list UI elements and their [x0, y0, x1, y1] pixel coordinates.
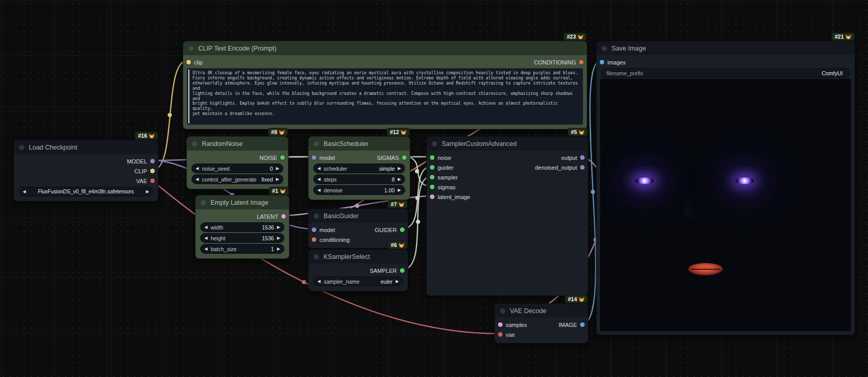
latent-image-input-port[interactable]: [430, 194, 435, 199]
input-label: images: [607, 59, 625, 65]
model-input-port[interactable]: [312, 155, 316, 160]
clip-output-port[interactable]: [150, 169, 155, 173]
denoised-output-port[interactable]: [580, 165, 585, 170]
denoise-widget[interactable]: ◀ denoise 1.00 ▶: [313, 185, 405, 195]
next-arrow-icon[interactable]: ▶: [276, 177, 279, 182]
node-titlebar[interactable]: BasicGuider: [309, 209, 408, 223]
node-titlebar[interactable]: Empty Latent Image: [196, 195, 289, 209]
guider-input-port[interactable]: [430, 165, 435, 170]
prev-arrow-icon[interactable]: ◀: [196, 177, 199, 182]
node-titlebar[interactable]: RandomNoise: [187, 137, 288, 151]
widget-label: filename_prefix: [606, 70, 643, 76]
node-title: VAE Decode: [510, 307, 546, 315]
decrement-arrow-icon[interactable]: ◀: [204, 247, 207, 251]
node-badge: #12: [387, 128, 410, 136]
prev-arrow-icon[interactable]: ◀: [317, 279, 320, 284]
next-arrow-icon[interactable]: ▶: [396, 279, 399, 284]
decrement-arrow-icon[interactable]: ◀: [317, 177, 320, 182]
collapse-dot-icon[interactable]: [188, 46, 194, 51]
eyebrow-right: [731, 162, 759, 175]
output-label: MODEL: [127, 158, 147, 165]
model-output-port[interactable]: [150, 159, 155, 163]
widget-label: denoise: [324, 187, 343, 193]
control-after-generate-widget[interactable]: ◀ control_after_generate fixed ▶: [191, 174, 283, 184]
sampler-name-widget[interactable]: ◀ sampler_name euler ▶: [313, 276, 403, 286]
comfyui-canvas[interactable]: { "nodes": { "load_checkpoint": { "badge…: [0, 0, 868, 377]
increment-arrow-icon[interactable]: ▶: [398, 177, 401, 182]
increment-arrow-icon[interactable]: ▶: [277, 247, 280, 251]
scheduler-widget[interactable]: ◀ scheduler simple ▶: [313, 163, 405, 173]
collapse-dot-icon[interactable]: [500, 308, 505, 314]
ckpt-name-widget[interactable]: ◀ FluxFusionDS_v0_f8_e4m3fn.safetensors …: [19, 187, 153, 196]
input-row-latent-image: latent_image: [427, 192, 588, 202]
increment-arrow-icon[interactable]: ▶: [398, 188, 401, 192]
prompt-textarea[interactable]: Ultra 4K closeup of a mesmerizing female…: [187, 68, 583, 125]
input-row-sampler: sampler: [427, 172, 588, 182]
sigmas-input-port[interactable]: [430, 185, 435, 189]
input-label: model: [319, 155, 335, 161]
output-output-port[interactable]: [580, 155, 585, 160]
increment-arrow-icon[interactable]: ▶: [276, 166, 279, 171]
samples-input-port[interactable]: [498, 322, 503, 327]
output-row-latent: LATENT: [196, 211, 289, 221]
batch-size-widget[interactable]: ◀ batch_size 1 ▶: [200, 244, 284, 254]
decrement-arrow-icon[interactable]: ◀: [204, 236, 207, 240]
conditioning-output-port[interactable]: [579, 60, 584, 64]
guider-output-port[interactable]: [400, 227, 405, 232]
node-titlebar[interactable]: SamplerCustomAdvanced: [427, 137, 588, 151]
sigmas-output-port[interactable]: [402, 155, 407, 160]
noise-seed-widget[interactable]: ◀ noise_seed 0 ▶: [191, 163, 283, 173]
height-widget[interactable]: ◀ height 1536 ▶: [200, 233, 284, 243]
output-row-model: MODEL: [14, 156, 158, 166]
decrement-arrow-icon[interactable]: ◀: [204, 225, 207, 230]
noise-input-port[interactable]: [430, 155, 435, 160]
sampler-output-port[interactable]: [400, 268, 405, 273]
node-titlebar[interactable]: Load Checkpoint: [14, 140, 158, 154]
next-arrow-icon[interactable]: ▶: [146, 189, 149, 194]
next-arrow-icon[interactable]: ▶: [398, 166, 401, 171]
clip-input-port[interactable]: [186, 60, 191, 64]
collapse-dot-icon[interactable]: [314, 214, 319, 219]
sampler-input-port[interactable]: [430, 175, 435, 179]
collapse-dot-icon[interactable]: [192, 141, 197, 146]
increment-arrow-icon[interactable]: ▶: [277, 225, 280, 230]
collapse-dot-icon[interactable]: [201, 200, 206, 205]
node-title: CLIP Text Encode (Prompt): [198, 45, 277, 52]
badge-number: #23: [567, 34, 576, 40]
collapse-dot-icon[interactable]: [19, 145, 24, 150]
node-titlebar[interactable]: BasicScheduler: [309, 137, 410, 151]
collapse-dot-icon[interactable]: [602, 46, 607, 51]
increment-arrow-icon[interactable]: ▶: [277, 236, 280, 240]
image-output-port[interactable]: [580, 322, 585, 327]
io-row: model GUIDER: [309, 225, 408, 235]
input-label: clip: [194, 59, 203, 65]
width-widget[interactable]: ◀ width 1536 ▶: [200, 222, 284, 232]
node-titlebar[interactable]: Save Image: [597, 41, 855, 55]
steps-widget[interactable]: ◀ steps 8 ▶: [313, 174, 405, 184]
collapse-dot-icon[interactable]: [432, 141, 437, 146]
vae-output-port[interactable]: [150, 178, 155, 183]
latent-output-port[interactable]: [281, 214, 286, 219]
conditioning-input-port[interactable]: [312, 237, 316, 242]
noise-output-port[interactable]: [280, 155, 285, 160]
collapse-dot-icon[interactable]: [314, 141, 319, 146]
prev-arrow-icon[interactable]: ◀: [317, 166, 320, 171]
vae-input-port[interactable]: [498, 332, 503, 337]
badge-number: #8: [271, 129, 277, 135]
link-midpoint-dot: [302, 280, 306, 284]
widget-label: height: [211, 235, 226, 241]
decrement-arrow-icon[interactable]: ◀: [196, 166, 199, 171]
node-titlebar[interactable]: KSamplerSelect: [309, 250, 408, 264]
model-input-port[interactable]: [312, 227, 316, 232]
output-label: output: [561, 155, 577, 161]
node-titlebar[interactable]: VAE Decode: [495, 304, 588, 318]
node-titlebar[interactable]: CLIP Text Encode (Prompt): [183, 41, 587, 55]
node-vae-decode: #14 VAE Decode samples IMAGE vae: [494, 303, 588, 343]
input-label: sampler: [438, 174, 458, 181]
images-input-port[interactable]: [600, 60, 604, 64]
node-load-checkpoint: #16 Load Checkpoint MODEL CLIP VAE ◀ Flu…: [13, 140, 158, 202]
filename-prefix-widget[interactable]: filename_prefix ComfyUI: [601, 68, 850, 78]
collapse-dot-icon[interactable]: [314, 254, 319, 259]
link-midpoint-dot: [415, 169, 419, 173]
decrement-arrow-icon[interactable]: ◀: [317, 188, 320, 192]
